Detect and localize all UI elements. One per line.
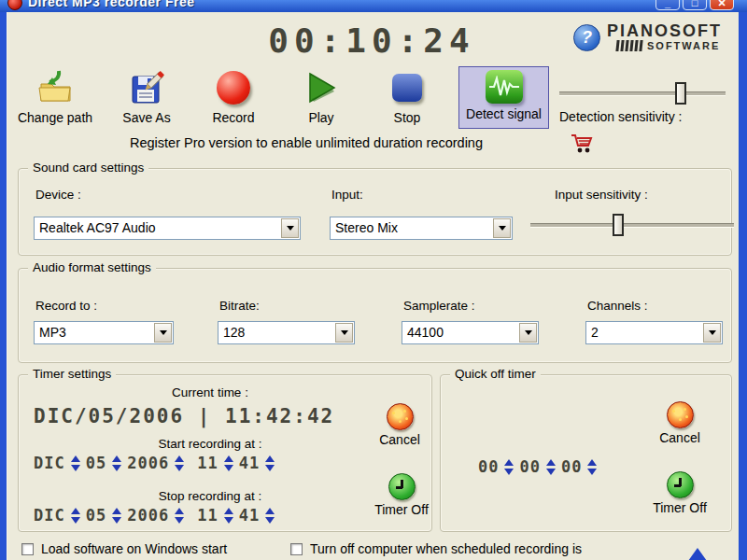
close-button[interactable]: ✕ <box>710 0 734 10</box>
record-to-combobox[interactable]: MP3 <box>34 321 174 344</box>
start-recording-label: Start recording at : <box>56 437 364 451</box>
spin-down-icon[interactable] <box>504 469 514 475</box>
input-combobox[interactable]: Stereo Mix <box>330 217 513 240</box>
spin-up-icon[interactable] <box>587 459 597 466</box>
play-icon <box>281 68 361 107</box>
spin-down-icon[interactable] <box>265 465 275 471</box>
stop-hour-spinner[interactable] <box>224 508 233 524</box>
quick-off-spinrow: 00 00 00 <box>478 457 597 476</box>
start-day-spinner[interactable] <box>112 455 121 471</box>
device-label: Device : <box>35 188 81 202</box>
record-to-dropdown-arrow-icon[interactable] <box>154 323 172 343</box>
spin-down-icon[interactable] <box>587 469 597 475</box>
detection-sensitivity-thumb[interactable] <box>675 82 686 105</box>
spin-up-icon[interactable] <box>71 508 80 514</box>
input-sensitivity-thumb[interactable] <box>613 214 624 236</box>
spin-down-icon[interactable] <box>224 517 233 524</box>
spin-down-icon[interactable] <box>112 465 121 471</box>
spin-up-icon[interactable] <box>224 508 233 514</box>
minimize-button[interactable]: _ <box>655 0 680 10</box>
record-to-value: MP3 <box>39 325 66 340</box>
quick-off-cancel-label: Cancel <box>652 430 708 445</box>
quick-off-hours-spinner[interactable] <box>504 459 514 475</box>
spin-up-icon[interactable] <box>265 455 275 462</box>
quick-off-minutes-value: 00 <box>519 457 540 476</box>
spin-up-icon[interactable] <box>112 508 121 514</box>
piano-bars-icon <box>616 40 642 51</box>
detect-signal-button[interactable]: Detect signal <box>458 66 549 129</box>
timer-cancel-button[interactable]: Cancel <box>372 403 428 447</box>
checkbox-box[interactable] <box>21 543 34 555</box>
channels-label: Channels : <box>587 299 648 313</box>
quick-off-cancel-button[interactable]: Cancel <box>652 401 708 445</box>
shopping-cart-icon[interactable] <box>571 133 593 158</box>
record-to-label: Record to : <box>35 299 97 313</box>
help-question-icon[interactable]: ? <box>573 24 600 51</box>
quick-off-timer-off-button[interactable]: Timer Off <box>650 471 710 515</box>
spin-up-icon[interactable] <box>504 459 514 466</box>
audio-format-settings-group: Audio format settings Record to : MP3 Bi… <box>18 268 732 363</box>
stop-icon <box>367 68 447 107</box>
spin-up-icon[interactable] <box>224 455 233 462</box>
spin-down-icon[interactable] <box>175 465 184 471</box>
spin-down-icon[interactable] <box>112 517 121 524</box>
device-combobox[interactable]: Realtek AC97 Audio <box>34 217 301 240</box>
current-time: 11:42:42 <box>225 405 334 427</box>
input-sensitivity-slider[interactable] <box>530 214 734 236</box>
spin-down-icon[interactable] <box>71 465 80 471</box>
stop-button[interactable]: Stop <box>367 68 447 125</box>
start-year-spinner[interactable] <box>175 455 184 471</box>
close-icon: ✕ <box>717 0 726 9</box>
start-minute-value: 41 <box>239 454 260 472</box>
play-button[interactable]: Play <box>281 68 361 125</box>
samplerate-combobox[interactable]: 44100 <box>402 321 539 344</box>
datetime-separator: | <box>198 405 212 427</box>
spin-up-icon[interactable] <box>175 455 184 462</box>
spin-down-icon[interactable] <box>265 517 275 524</box>
quick-off-timer-off-label: Timer Off <box>650 500 710 515</box>
input-dropdown-arrow-icon[interactable] <box>493 218 511 238</box>
start-recording-spinrow: DIC 05 2006 11 41 <box>34 454 275 472</box>
bitrate-dropdown-arrow-icon[interactable] <box>335 323 353 343</box>
spin-down-icon[interactable] <box>175 517 184 524</box>
cancel-icon <box>372 403 428 430</box>
spin-up-icon[interactable] <box>546 459 556 466</box>
cursor-pointer-icon <box>688 548 707 560</box>
spin-up-icon[interactable] <box>112 455 121 462</box>
timer-cancel-label: Cancel <box>372 432 428 447</box>
samplerate-dropdown-arrow-icon[interactable] <box>519 323 537 343</box>
checkbox-box[interactable] <box>290 543 303 555</box>
start-month-spinner[interactable] <box>71 455 80 471</box>
record-label: Record <box>193 110 274 125</box>
quick-off-minutes-spinner[interactable] <box>546 459 556 475</box>
spin-up-icon[interactable] <box>265 508 275 514</box>
quick-off-group-label: Quick off timer <box>450 367 541 381</box>
start-minute-spinner[interactable] <box>265 455 275 471</box>
title-bar[interactable]: Direct MP3 recorder Free _ □ ✕ <box>0 0 747 12</box>
start-hour-spinner[interactable] <box>224 455 233 471</box>
stop-minute-spinner[interactable] <box>265 508 275 524</box>
load-on-windows-start-label: Load software on Windows start <box>41 541 227 556</box>
spin-down-icon[interactable] <box>71 517 80 524</box>
spin-up-icon[interactable] <box>175 508 184 514</box>
channels-combobox[interactable]: 2 <box>585 321 723 344</box>
maximize-button[interactable]: □ <box>683 0 707 10</box>
device-dropdown-arrow-icon[interactable] <box>281 218 299 238</box>
turn-off-computer-checkbox[interactable]: Turn off computer when scheduled recordi… <box>290 541 582 556</box>
bitrate-combobox[interactable]: 128 <box>218 321 355 344</box>
spin-up-icon[interactable] <box>71 455 80 462</box>
spin-down-icon[interactable] <box>224 465 233 471</box>
timer-off-button[interactable]: Timer Off <box>372 473 431 517</box>
channels-dropdown-arrow-icon[interactable] <box>703 323 721 343</box>
stop-day-spinner[interactable] <box>112 508 121 524</box>
stop-year-spinner[interactable] <box>175 508 184 524</box>
spin-down-icon[interactable] <box>546 469 556 475</box>
quick-off-seconds-spinner[interactable] <box>587 459 597 475</box>
save-as-button[interactable]: Save As <box>106 68 187 125</box>
minimize-icon: _ <box>665 0 670 9</box>
stop-month-spinner[interactable] <box>71 508 80 524</box>
change-path-button[interactable]: Change path <box>15 68 95 125</box>
load-on-windows-start-checkbox[interactable]: Load software on Windows start <box>21 541 227 556</box>
record-button[interactable]: Record <box>193 68 274 125</box>
detection-sensitivity-slider[interactable] <box>559 82 726 105</box>
